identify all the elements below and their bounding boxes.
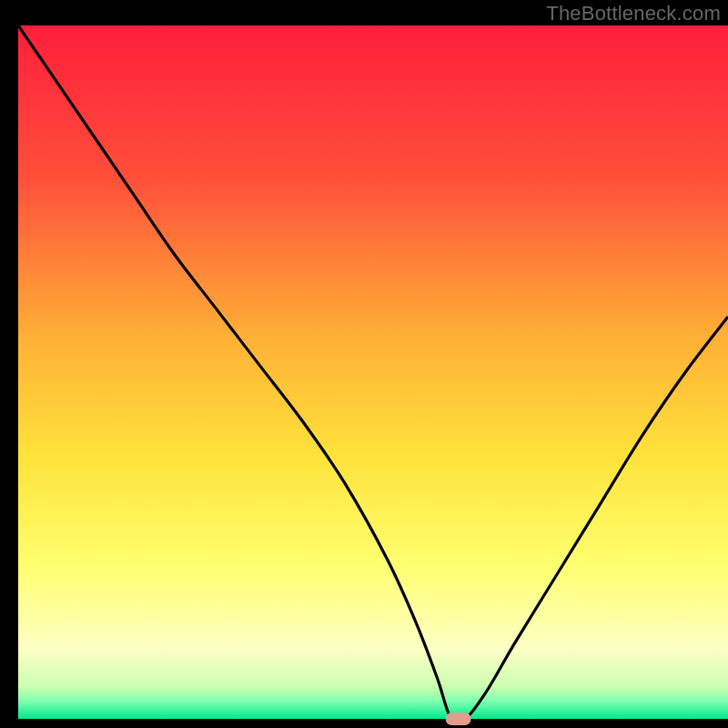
chart-container: TheBottleneck.com <box>0 0 728 728</box>
optimal-marker <box>446 713 471 725</box>
plot-background <box>18 25 728 719</box>
chart-svg <box>0 0 728 728</box>
watermark-text: TheBottleneck.com <box>546 2 721 25</box>
